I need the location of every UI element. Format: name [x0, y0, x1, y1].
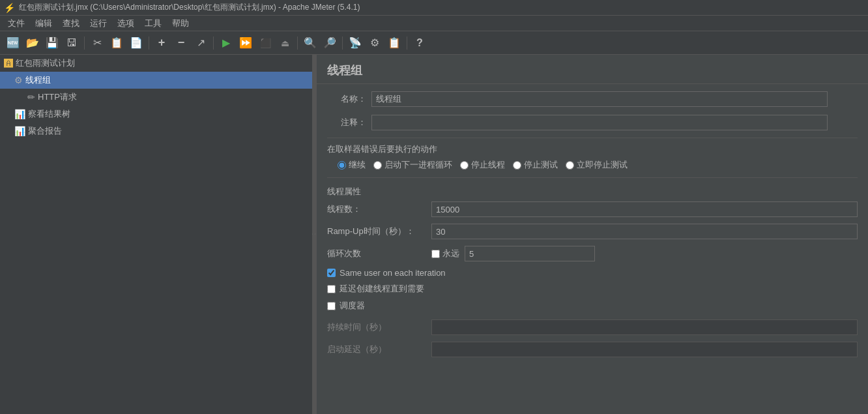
menu-find[interactable]: 查找 [57, 16, 85, 31]
sidebar-item-label-thread-group: 线程组 [25, 74, 51, 86]
comment-row: 注释： [327, 114, 858, 131]
toolbar: 🆕 📂 💾 🖫 ✂ 📋 📄 + − ↗ ▶ ⏩ ⬛ ⏏ 🔍 🔎 📡 ⚙ 📋 ? [0, 31, 868, 55]
error-action-group: 继续 启动下一进程循环 停止线程 停止测试 立即停止测试 [338, 159, 858, 171]
radio-stop-test-now[interactable]: 立即停止测试 [566, 159, 628, 171]
ramp-up-row: Ramp-Up时间（秒）： [327, 224, 858, 239]
menu-help[interactable]: 帮助 [167, 16, 194, 31]
main-layout: 🅰 红包雨测试计划 ⚙ 线程组 ✏ HTTP请求 📊 察看结果树 📊 聚合报告 … [0, 55, 868, 414]
clear-button[interactable]: 🔍 [301, 34, 319, 52]
start-button[interactable]: ▶ [217, 34, 235, 52]
delayed-start-label[interactable]: 延迟创建线程直到需要 [340, 283, 424, 295]
toolbar-sep-5 [342, 37, 343, 50]
sidebar-item-aggregate-report[interactable]: 📊 聚合报告 [0, 123, 312, 140]
shutdown-button[interactable]: ⏏ [276, 34, 294, 52]
radio-continue-label: 继续 [349, 159, 366, 171]
panel-title: 线程组 [317, 55, 868, 84]
forever-checkbox-label[interactable]: 永远 [431, 248, 459, 259]
radio-stop-test-label: 停止测试 [524, 159, 558, 171]
templates-button[interactable]: 📋 [385, 34, 403, 52]
remove-button[interactable]: − [172, 34, 190, 52]
scheduler-checkbox[interactable] [327, 302, 336, 310]
forever-label-text: 永远 [442, 248, 459, 259]
radio-stop-test-input[interactable] [513, 161, 521, 170]
toolbar-sep-6 [407, 37, 407, 50]
menu-run[interactable]: 运行 [85, 16, 112, 31]
menu-bar: 文件 编辑 查找 运行 选项 工具 帮助 [0, 16, 868, 31]
toolbar-sep-3 [213, 37, 214, 50]
title-text: 红包雨测试计划.jmx (C:\Users\Administrator\Desk… [19, 2, 360, 13]
name-input[interactable] [371, 91, 828, 107]
startup-delay-input[interactable] [431, 342, 858, 357]
radio-stop-thread-input[interactable] [460, 161, 469, 170]
result-tree-icon: 📊 [14, 109, 25, 119]
http-sampler-icon: ✏ [27, 92, 35, 102]
sidebar-item-test-plan[interactable]: 🅰 红包雨测试计划 [0, 55, 312, 72]
sidebar-item-label-test-plan: 红包雨测试计划 [16, 57, 75, 69]
start-no-pauses-button[interactable]: ⏩ [237, 34, 255, 52]
menu-tools[interactable]: 工具 [139, 16, 167, 31]
sidebar-item-label-aggregate-report: 聚合报告 [28, 125, 62, 137]
name-row: 名称： [327, 91, 858, 108]
cut-button[interactable]: ✂ [88, 34, 106, 52]
open-button[interactable]: 📂 [23, 34, 42, 52]
sidebar-item-thread-group[interactable]: ⚙ 线程组 [0, 72, 312, 89]
sidebar-item-http-sampler[interactable]: ✏ HTTP请求 [0, 89, 312, 106]
loop-count-input[interactable] [465, 246, 595, 261]
jmeter-icon: ⚡ [4, 3, 15, 13]
thread-count-input[interactable] [431, 201, 858, 217]
function-helper-button[interactable]: ⚙ [366, 34, 384, 52]
sidebar-item-label-http-sampler: HTTP请求 [38, 91, 77, 103]
toolbar-sep-2 [149, 37, 149, 50]
delayed-start-row: 延迟创建线程直到需要 [327, 283, 858, 295]
menu-options[interactable]: 选项 [112, 16, 139, 31]
ramp-up-input[interactable] [431, 224, 858, 239]
help-button[interactable]: ? [411, 34, 429, 52]
delayed-start-checkbox[interactable] [327, 285, 336, 293]
menu-file[interactable]: 文件 [3, 16, 30, 31]
same-user-label[interactable]: Same user on each iteration [340, 268, 446, 278]
radio-stop-test-now-label: 立即停止测试 [577, 159, 628, 171]
clear-all-button[interactable]: 🔎 [321, 34, 339, 52]
loop-count-row: 循环次数 永远 [327, 246, 858, 261]
paste-button[interactable]: 📄 [127, 34, 145, 52]
test-plan-icon: 🅰 [4, 58, 13, 68]
thread-count-row: 线程数： [327, 201, 858, 217]
same-user-checkbox[interactable] [327, 269, 336, 277]
radio-stop-test-now-input[interactable] [566, 161, 574, 170]
radio-stop-thread[interactable]: 停止线程 [460, 159, 505, 171]
save-as-button[interactable]: 🖫 [63, 34, 81, 52]
scheduler-label[interactable]: 调度器 [340, 300, 365, 312]
radio-start-next-loop-label: 启动下一进程循环 [384, 159, 452, 171]
startup-delay-row: 启动延迟（秒） [327, 342, 858, 357]
new-button[interactable]: 🆕 [4, 34, 22, 52]
add-button[interactable]: + [152, 34, 171, 52]
thread-props-title: 线程属性 [327, 186, 858, 198]
radio-start-next-loop[interactable]: 启动下一进程循环 [373, 159, 452, 171]
copy-button[interactable]: 📋 [108, 34, 126, 52]
radio-continue-input[interactable] [338, 161, 346, 170]
comment-input[interactable] [371, 115, 828, 130]
forever-checkbox[interactable] [431, 250, 440, 258]
thread-count-label: 线程数： [327, 203, 431, 215]
loop-count-label: 循环次数 [327, 248, 431, 259]
menu-edit[interactable]: 编辑 [30, 16, 57, 31]
remote-start-button[interactable]: 📡 [346, 34, 364, 52]
aggregate-report-icon: 📊 [14, 126, 25, 136]
ramp-up-label: Ramp-Up时间（秒）： [327, 226, 431, 237]
expand-button[interactable]: ↗ [192, 34, 210, 52]
title-bar: ⚡ 红包雨测试计划.jmx (C:\Users\Administrator\De… [0, 0, 868, 16]
name-label: 名称： [327, 93, 366, 105]
toolbar-sep-1 [84, 37, 85, 50]
radio-stop-thread-label: 停止线程 [471, 159, 505, 171]
thread-group-icon: ⚙ [14, 75, 23, 85]
radio-stop-test[interactable]: 停止测试 [513, 159, 558, 171]
sidebar-item-result-tree[interactable]: 📊 察看结果树 [0, 106, 312, 123]
radio-continue[interactable]: 继续 [338, 159, 366, 171]
radio-start-next-loop-input[interactable] [373, 161, 382, 170]
save-button[interactable]: 💾 [43, 34, 61, 52]
stop-button[interactable]: ⬛ [256, 34, 274, 52]
same-user-row: Same user on each iteration [327, 268, 858, 278]
scheduler-row: 调度器 [327, 300, 858, 312]
duration-input[interactable] [431, 319, 858, 335]
toolbar-sep-4 [297, 37, 298, 50]
